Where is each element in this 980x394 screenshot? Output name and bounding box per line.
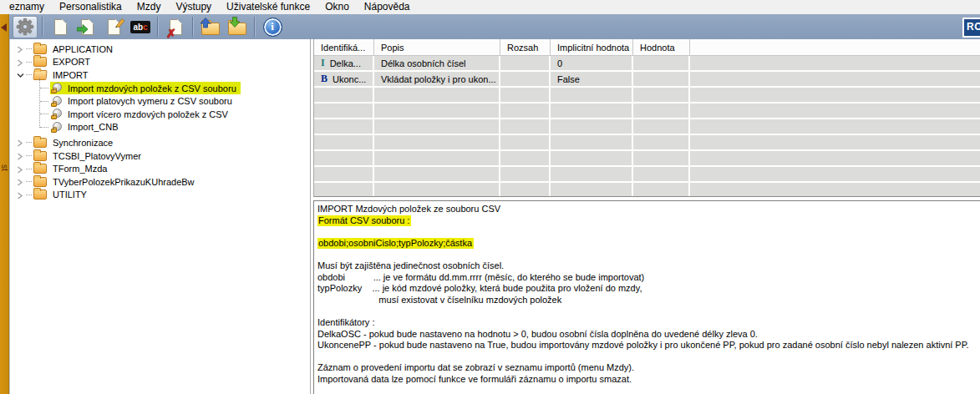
cell-empty [633, 104, 688, 118]
chevron-down-icon[interactable] [17, 71, 24, 78]
description-line: obdobi ... je ve formátu dd.mm.rrrr (měs… [317, 272, 980, 284]
collapse-arrow-icon[interactable] [1, 23, 7, 32]
info-icon: i [263, 18, 282, 37]
cell-empty [314, 151, 373, 165]
import-document-button[interactable] [74, 16, 99, 38]
tree-folder-application[interactable]: APPLICATION [10, 43, 310, 56]
description-line: obdobi;osobniCislo;typPolozky;částka [317, 238, 980, 250]
folder-icon [33, 177, 47, 187]
tree-folder-tcsbi-platovyvymer[interactable]: TCSBI_PlatovyVymer [10, 149, 310, 163]
column-header-5[interactable]: Hodnota [633, 39, 690, 55]
function-icon [51, 122, 62, 133]
tree-folder-utility[interactable]: UTILITY [10, 189, 310, 202]
chevron-right-icon[interactable] [17, 152, 24, 159]
chevron-right-icon[interactable] [17, 139, 24, 146]
cell-empty [551, 88, 632, 102]
tree-folder-export[interactable]: EXPORT [10, 56, 310, 69]
edit-document-button[interactable] [101, 16, 126, 38]
table-row-empty[interactable] [314, 119, 980, 135]
column-header-1[interactable]: Identifiká... [314, 39, 374, 55]
settings-gear-button[interactable] [13, 16, 38, 38]
gear-icon [16, 18, 34, 36]
new-document-button[interactable] [48, 16, 73, 38]
table-row[interactable]: BUkonc...Vkládat položky i pro ukon...Fa… [314, 72, 980, 88]
tree-item-import-platovych-vymeru-z-csv-souboru[interactable]: Import platovych vymeru z CSV souboru [10, 94, 310, 108]
tree-connector [26, 74, 32, 75]
collapsed-side-tab[interactable]: st [0, 14, 9, 394]
tree-item-import-cnb[interactable]: Import_CNB [10, 121, 310, 134]
tree-folder-label: APPLICATION [51, 44, 114, 54]
description-line: musí existovat v číselníku mzdových polo… [317, 295, 980, 306]
description-line [317, 249, 980, 260]
cell-empty [633, 135, 688, 149]
column-header-2[interactable]: Popis [374, 39, 500, 55]
menu-item-n-pov-da[interactable]: Nápověda [357, 0, 418, 14]
folder-icon [33, 189, 47, 200]
cell-filler [690, 56, 980, 70]
column-header-3[interactable]: Rozsah [500, 39, 551, 55]
cell-empty [633, 183, 688, 197]
chevron-right-icon[interactable] [17, 178, 24, 185]
column-header-4[interactable]: Implicitní hodnota [551, 39, 633, 55]
table-row[interactable]: IDelka...Délka osobních čísel0 [314, 56, 980, 72]
menu-item-v-stupy[interactable]: Výstupy [168, 0, 219, 14]
cell-empty [374, 167, 499, 181]
info-button[interactable]: i [260, 16, 285, 38]
chevron-right-icon[interactable] [17, 58, 24, 66]
tree-folder-import[interactable]: IMPORT [10, 68, 310, 82]
cell-empty [314, 135, 373, 149]
table-row-empty[interactable] [314, 88, 980, 104]
description-line [317, 306, 980, 317]
document-icon [108, 19, 120, 35]
description-line [317, 351, 980, 363]
tree-folder-tvyberpolozekprikazukuhradebw[interactable]: TVyberPolozekPrikazuKUhradeBw [10, 175, 310, 189]
chevron-right-icon[interactable] [17, 45, 24, 53]
tree-folder-synchronizace[interactable]: Synchronizace [10, 136, 310, 149]
chevron-right-icon[interactable] [17, 165, 24, 173]
cell-rozsah [500, 56, 549, 70]
description-line: typPolozky ... je kód mzdové položky, kt… [317, 283, 980, 295]
menu-item-mzdy[interactable]: Mzdy [129, 0, 169, 14]
table-row-empty[interactable] [314, 183, 980, 197]
cell-implicitni-hodnota: 0 [551, 56, 632, 70]
menu-item-eznamy[interactable]: eznamy [2, 0, 52, 14]
cell-identifier: BUkonc... [314, 72, 373, 86]
cell-empty [690, 151, 980, 165]
menu-item-okno[interactable]: Okno [317, 0, 357, 14]
description-line: UkoncenePP - pokud bude nastaveno na Tru… [317, 340, 980, 351]
cell-empty [374, 119, 499, 134]
rename-abc-button[interactable]: abc [128, 16, 153, 38]
delete-document-button[interactable]: ✗ [163, 16, 188, 38]
cell-empty [314, 183, 373, 197]
description-line: Záznam o provedení importu dat se zobraz… [317, 362, 980, 374]
tree-connector [40, 114, 48, 114]
menu-bar: eznamyPersonalistikaMzdyVýstupyUživatels… [0, 0, 980, 14]
table-row-empty[interactable] [314, 151, 980, 167]
cell-popis: Délka osobních čísel [374, 56, 499, 70]
tree-folder-label: TCSBI_PlatovyVymer [51, 151, 143, 161]
tree-folder-tform-mzda[interactable]: TForm_Mzda [10, 162, 310, 175]
tree-item-import-mzdov-ch-polo-ek-z-csv-souboru[interactable]: Import mzdových položek z CSV souboru [10, 82, 310, 95]
cell-filler [690, 72, 980, 86]
save-to-folder-button[interactable] [225, 16, 250, 38]
cell-empty [500, 104, 549, 118]
tree-item-import-v-cero-mzdov-ch-polo-ek-z-csv[interactable]: Import vícero mzdových položek z CSV [10, 108, 310, 121]
menu-item-u-ivatelsk-funkce[interactable]: Uživatelské funkce [219, 0, 317, 14]
tree-folder-label: TForm_Mzda [51, 164, 109, 174]
tree-connector [40, 101, 48, 102]
chevron-right-icon[interactable] [17, 191, 24, 199]
open-folder-button[interactable] [198, 16, 223, 38]
cell-empty [314, 119, 373, 134]
cell-empty [500, 119, 549, 134]
tree-connector [26, 169, 32, 169]
cell-identifier: IDelka... [314, 56, 373, 70]
menu-item-personalistika[interactable]: Personalistika [52, 0, 129, 14]
cell-empty [374, 88, 499, 102]
table-row-empty[interactable] [314, 104, 980, 119]
description-line: Musí být zajištěna jedinečnost osobních … [317, 260, 980, 272]
highlighted-text: Formát CSV souboru : [317, 215, 411, 226]
cell-rozsah [500, 72, 549, 86]
table-row-empty[interactable] [314, 167, 980, 183]
open-folder-icon [201, 23, 220, 35]
table-row-empty[interactable] [314, 135, 980, 151]
